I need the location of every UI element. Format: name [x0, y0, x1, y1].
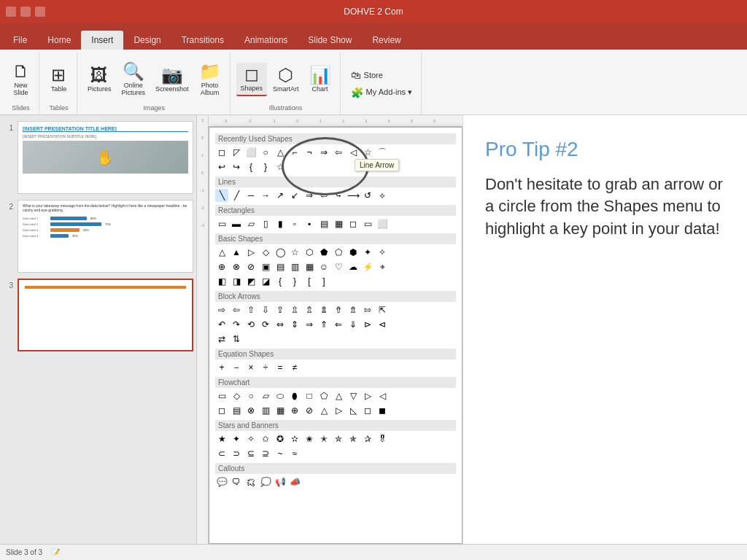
rect-shape[interactable]: ▬	[230, 217, 243, 230]
shape-icon[interactable]: ○	[259, 146, 272, 159]
line-shape[interactable]: ⇦	[317, 189, 330, 202]
shape-icon[interactable]: ⬜	[244, 146, 258, 159]
flow-shape[interactable]: ▷	[361, 389, 374, 402]
equation-shape[interactable]: ×	[244, 361, 258, 374]
equation-shape[interactable]: =	[274, 361, 287, 374]
arrow-shape[interactable]: ⊳	[361, 318, 374, 331]
shape-icon[interactable]: ↩	[215, 160, 228, 174]
flow-shape[interactable]: ⬠	[317, 389, 330, 402]
basic-shape[interactable]: ▲	[230, 246, 243, 259]
flow-shape[interactable]: ▤	[230, 404, 243, 417]
basic-shape[interactable]: ☁	[347, 260, 360, 273]
banner-shape[interactable]: ⊃	[230, 447, 243, 460]
window-restore[interactable]	[20, 7, 31, 17]
notes-icon[interactable]: 📝	[51, 548, 60, 556]
basic-shape[interactable]: ▷	[244, 246, 258, 259]
star-shape[interactable]: ✦	[230, 432, 243, 446]
arrow-shape[interactable]: ⇐	[332, 318, 345, 331]
arrow-shape[interactable]: ⇒	[303, 318, 316, 331]
shape-icon[interactable]: {	[244, 160, 258, 174]
tab-transitions[interactable]: Transitions	[171, 31, 234, 50]
arrow-shape[interactable]: ⇮	[332, 303, 345, 316]
equation-shape[interactable]: ≠	[288, 361, 301, 374]
arrow-shape[interactable]: ⇰	[361, 303, 374, 316]
my-addins-button[interactable]: 🧩 My Add-ins ▾	[348, 85, 415, 100]
rect-shape[interactable]: ▭	[215, 217, 228, 230]
flow-shape[interactable]: ⊗	[244, 404, 258, 417]
flow-shape[interactable]: ◁	[376, 389, 389, 402]
flow-shape[interactable]: □	[303, 389, 316, 402]
shape-icon[interactable]: ⌒	[376, 146, 389, 159]
pictures-button[interactable]: 🖼 Pictures	[83, 63, 116, 96]
arrow-shape[interactable]: ⇔	[274, 318, 287, 331]
arrow-shape[interactable]: ⇯	[347, 303, 360, 316]
flow-shape[interactable]: △	[317, 404, 330, 417]
flow-shape[interactable]: ▦	[274, 404, 287, 417]
flow-shape[interactable]: ◼	[376, 404, 389, 417]
basic-shape[interactable]: △	[215, 246, 228, 259]
basic-shape[interactable]: ◩	[244, 275, 258, 288]
basic-shape[interactable]: ⊘	[244, 260, 258, 273]
line-shape[interactable]: ╱	[230, 189, 243, 202]
basic-shape[interactable]: ☆	[288, 246, 301, 259]
flow-shape[interactable]: ◇	[230, 389, 243, 402]
chart-button[interactable]: 📊 Chart	[305, 63, 336, 96]
line-shape[interactable]: ⤷	[332, 189, 345, 202]
line-shape[interactable]: ↺	[361, 189, 374, 202]
rect-shape[interactable]: ▦	[332, 217, 345, 230]
flow-shape[interactable]: ⬮	[288, 389, 301, 402]
rect-shape[interactable]: ▯	[259, 217, 272, 230]
flow-shape[interactable]: ▥	[259, 404, 272, 417]
basic-shape[interactable]: ⬟	[317, 246, 330, 259]
screenshot-button[interactable]: 📷 Screenshot	[151, 63, 193, 96]
flow-shape[interactable]: ⊘	[303, 404, 316, 417]
new-slide-button[interactable]: 🗋 New Slide	[8, 60, 34, 99]
line-shape[interactable]: ↙	[288, 189, 301, 202]
star-shape[interactable]: ★	[215, 432, 228, 446]
window-minimize[interactable]	[6, 7, 16, 17]
star-shape[interactable]: ✧	[244, 432, 258, 446]
star-shape[interactable]: ✪	[274, 432, 287, 446]
basic-shape[interactable]: ⊗	[230, 260, 243, 273]
arrow-shape[interactable]: ⊲	[376, 318, 389, 331]
shape-icon[interactable]: }	[259, 160, 272, 174]
line-shape[interactable]: ↗	[274, 189, 287, 202]
table-button[interactable]: ⊞ Table	[47, 63, 71, 96]
arrow-shape[interactable]: ⇱	[376, 303, 389, 316]
basic-shape[interactable]: }	[288, 275, 301, 288]
basic-shape[interactable]: ◨	[230, 275, 243, 288]
star-shape[interactable]: ✭	[317, 432, 330, 446]
flow-shape[interactable]: △	[332, 389, 345, 402]
arrow-shape[interactable]: ↶	[215, 318, 228, 331]
photo-album-button[interactable]: 📁 Photo Album	[195, 60, 225, 99]
callout-shape[interactable]: 💭	[259, 475, 272, 489]
banner-shape[interactable]: ≈	[288, 447, 301, 460]
online-pictures-button[interactable]: 🔍 Online Pictures	[117, 60, 150, 99]
basic-shape[interactable]: ✧	[376, 246, 389, 259]
store-button[interactable]: 🛍 Store	[348, 68, 415, 82]
basic-shape[interactable]: {	[274, 275, 287, 288]
basic-shape[interactable]: ⌖	[376, 260, 389, 273]
equation-shape[interactable]: +	[215, 361, 228, 374]
callout-shape[interactable]: 💬	[215, 475, 228, 489]
line-shape[interactable]: ⇒	[303, 189, 316, 202]
basic-shape[interactable]: ✦	[361, 246, 374, 259]
equation-shape[interactable]: ÷	[259, 361, 272, 374]
banner-shape[interactable]: ⊆	[244, 447, 258, 460]
line-shape[interactable]: →	[259, 189, 272, 202]
star-shape[interactable]: ✯	[347, 432, 360, 446]
banner-shape[interactable]: ⊂	[215, 447, 228, 460]
basic-shape[interactable]: ◪	[259, 275, 272, 288]
basic-shape[interactable]: ◧	[215, 275, 228, 288]
arrow-shape[interactable]: ⇫	[288, 303, 301, 316]
basic-shape[interactable]: ◇	[259, 246, 272, 259]
basic-shape[interactable]: ⊕	[215, 260, 228, 273]
arrow-shape[interactable]: ⇑	[317, 318, 330, 331]
line-shape[interactable]: ─	[244, 189, 258, 202]
banner-shape[interactable]: ~	[274, 447, 287, 460]
arrow-shape[interactable]: ⟲	[244, 318, 258, 331]
star-shape[interactable]: 🎖	[376, 432, 389, 446]
arrow-shape[interactable]: ⇦	[230, 303, 243, 316]
rect-shape[interactable]: ▱	[244, 217, 258, 230]
shape-icon[interactable]: ⌐	[288, 146, 301, 159]
